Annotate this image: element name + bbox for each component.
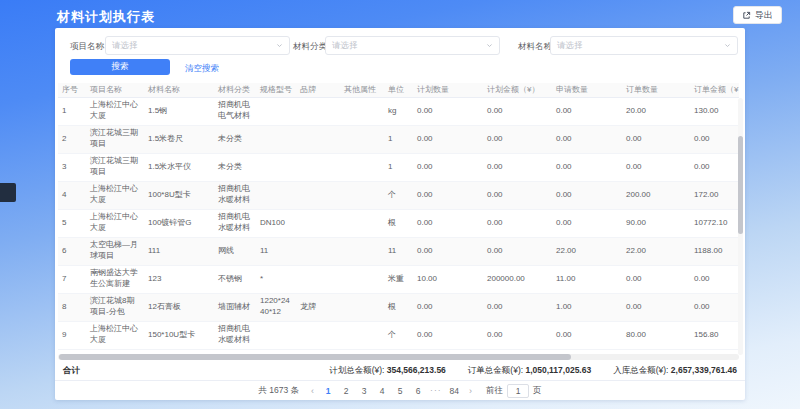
table-cell: * [256,265,296,293]
table-cell: 0.00 [413,181,483,209]
table-cell: 11 [384,237,413,265]
table-cell: 10772.10 [690,209,739,237]
summary-label: 合计 [63,365,80,377]
table-cell: 0.00 [690,125,739,153]
table-cell: 上海松江中心大厦 [86,97,144,125]
table-cell: 根 [384,209,413,237]
page-number-6[interactable]: 6 [412,385,424,397]
column-header: 品牌 [296,83,340,97]
table-cell: 0.00 [483,125,552,153]
category-placeholder: 请选择 [332,40,358,52]
table-cell: 4 [58,181,86,209]
table-cell: 0.00 [413,321,483,349]
plan-total: 计划总金额(¥): 354,566,213.56 [329,365,446,377]
page-number-2[interactable]: 2 [340,385,352,397]
table-cell: 0.00 [552,125,622,153]
export-button[interactable]: 导出 [733,6,782,24]
table-cell [256,97,296,125]
category-select[interactable]: 请选择 [325,36,500,55]
summary-row: 合计 计划总金额(¥): 354,566,213.56 订单总金额(¥): 1,… [55,361,745,381]
export-icon [742,11,751,20]
material-select[interactable]: 请选择 [550,36,738,55]
column-header: 计划数量 [413,83,483,97]
table-cell: 0.00 [483,181,552,209]
column-header: 项目名称 [86,83,144,97]
vertical-scrollbar-thumb[interactable] [738,136,743,234]
vertical-scrollbar-track[interactable] [738,98,743,355]
table-cell: 1.00 [552,293,622,321]
page-number-3[interactable]: 3 [358,385,370,397]
table-cell: 3 [58,153,86,181]
horizontal-scrollbar-thumb[interactable] [59,354,571,360]
table-cell: 龙牌 [296,293,340,321]
clear-search-link[interactable]: 清空搜索 [185,63,219,75]
table-cell [340,153,384,181]
table-cell: 0.00 [413,209,483,237]
project-filter-label: 项目名称 [70,41,104,53]
table-cell: 1 [384,153,413,181]
table-cell: 0.00 [483,293,552,321]
table-cell [296,321,340,349]
table-cell: 0.00 [483,321,552,349]
table-cell: 网线 [214,237,256,265]
table-cell [296,265,340,293]
table-cell: 200000.00 [483,265,552,293]
table-row: 9上海松江中心大厦150*10U型卡招商机电水暖材料个0.000.000.008… [58,321,739,349]
table-cell: 100镀锌管G [144,209,214,237]
table-cell: 0.00 [483,97,552,125]
table-cell [256,153,296,181]
table-cell: 米重 [384,265,413,293]
table-cell: 上海松江中心大厦 [86,181,144,209]
table-cell: 1220*2440*12 [256,293,296,321]
table-cell: 9 [58,321,86,349]
page-jump-input[interactable] [507,384,529,398]
page-number-1[interactable]: 1 [322,385,334,397]
table-cell [340,97,384,125]
table-cell: 0.00 [483,153,552,181]
table-cell: 11.00 [552,265,622,293]
table-cell: 0.00 [413,293,483,321]
table-cell [340,293,384,321]
table-cell: 0.00 [483,237,552,265]
table-cell: 未分类 [214,125,256,153]
project-select[interactable]: 请选择 [105,36,290,55]
pagination: 共 1673 条 ‹ 123456···84 › 前往 页 [55,384,745,398]
table-cell: 滨江花城三期项目 [86,153,144,181]
column-header: 计划金额（¥） [483,83,552,97]
table-cell [340,237,384,265]
horizontal-scrollbar-track[interactable] [58,354,739,360]
table-cell: 0.00 [413,97,483,125]
page-number-5[interactable]: 5 [394,385,406,397]
table-cell [256,125,296,153]
table-cell [340,181,384,209]
side-collapsed-tab[interactable] [0,183,16,202]
table-cell: 1.5钢 [144,97,214,125]
table-cell [296,153,340,181]
page-number-84[interactable]: 84 [448,385,461,397]
filter-bar: 项目名称 请选择 材料分类 请选择 材料名称 请选择 [55,36,745,56]
table-cell: 90.00 [622,209,690,237]
table-cell: 80.00 [622,321,690,349]
table-cell: 0.00 [690,265,739,293]
table-cell: 南钢盛达大学生公寓新建 [86,265,144,293]
table-cell: 8 [58,293,86,321]
column-header: 材料分类 [214,83,256,97]
table-cell [340,265,384,293]
materials-table: 序号项目名称材料名称材料分类规格型号品牌其他属性单位计划数量计划金额（¥）申请数… [58,83,739,350]
table-cell: 墙面辅材 [214,293,256,321]
table-cell [296,209,340,237]
table-cell: 个 [384,321,413,349]
project-placeholder: 请选择 [112,40,138,52]
table-cell: 100*8U型卡 [144,181,214,209]
table-row: 8滨江花城8期项目-分包12石膏板墙面辅材1220*2440*12龙牌根0.00… [58,293,739,321]
column-header: 序号 [58,83,86,97]
order-total: 订单总金额(¥): 1,050,117,025.63 [468,365,591,377]
table-cell: 滨江花城8期项目-分包 [86,293,144,321]
page-number-4[interactable]: 4 [376,385,388,397]
search-button[interactable]: 搜索 [70,59,170,75]
next-page-icon[interactable]: › [467,386,474,396]
table-cell: 0.00 [552,97,622,125]
prev-page-icon[interactable]: ‹ [309,386,316,396]
table-cell: 5 [58,209,86,237]
table-cell: 200.00 [622,181,690,209]
